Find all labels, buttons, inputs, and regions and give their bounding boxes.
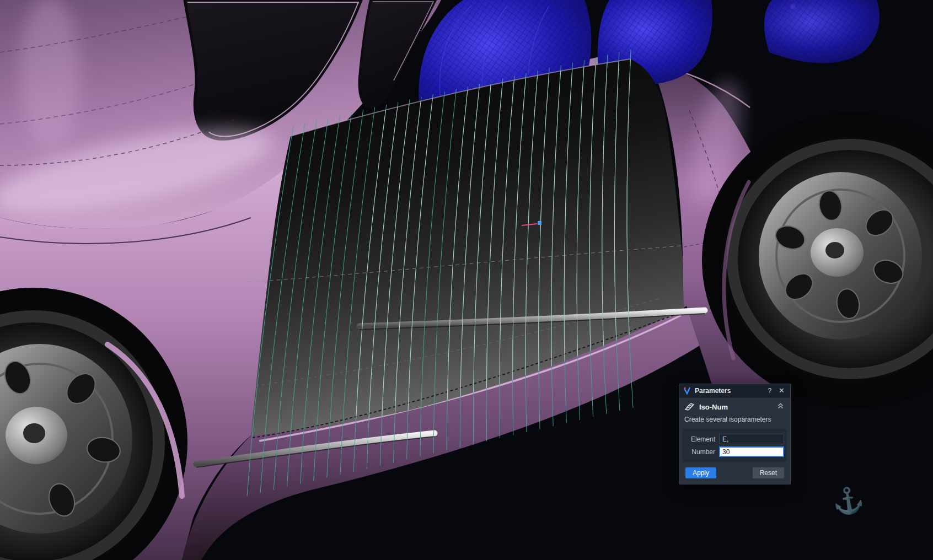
help-button[interactable]: ? (766, 387, 773, 394)
element-row: Element (685, 434, 784, 444)
panel-titlebar[interactable]: Parameters ? ✕ (679, 384, 790, 397)
parameters-icon (683, 387, 691, 395)
button-row: Apply Reset (685, 467, 784, 478)
element-label: Element (685, 435, 715, 443)
close-button[interactable]: ✕ (777, 387, 786, 394)
element-input[interactable] (719, 434, 784, 444)
tool-header: Iso-Num (684, 402, 785, 411)
number-label: Number (685, 448, 715, 456)
tool-description: Create several isoparameters (684, 416, 785, 423)
3d-viewport[interactable]: ⚓ (0, 0, 933, 560)
number-input[interactable] (719, 446, 784, 457)
panel-title: Parameters (695, 387, 731, 395)
number-row: Number (685, 446, 784, 457)
app-window: ⚓ Parameters ? ✕ (0, 0, 933, 560)
parameters-panel: Parameters ? ✕ Iso-Num (679, 384, 791, 484)
anchor-icon: ⚓ (830, 483, 866, 518)
isoparameter-surface-icon (684, 402, 695, 411)
parameter-form: Element Number (683, 429, 787, 462)
reset-button[interactable]: Reset (753, 467, 784, 478)
chevron-double-up-icon[interactable] (776, 402, 785, 411)
apply-button[interactable]: Apply (685, 467, 716, 478)
panel-body: Iso-Num Create several isoparameters Ele… (679, 397, 790, 484)
tool-name: Iso-Num (699, 403, 728, 411)
